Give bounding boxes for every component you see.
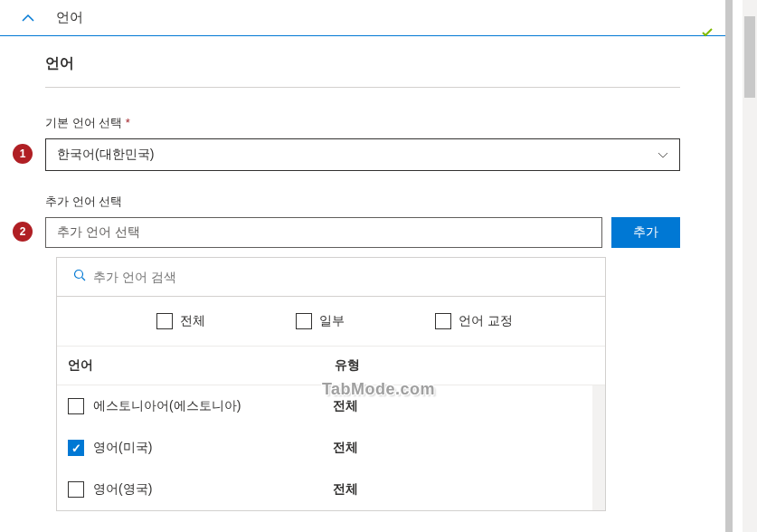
row-lang-name: 영어(미국) [93, 440, 333, 456]
filter-partial-checkbox[interactable] [296, 313, 312, 329]
table-header-type: 유형 [335, 357, 594, 374]
row-lang-type: 전체 [333, 440, 358, 456]
search-icon [73, 269, 86, 284]
check-corner-icon [702, 27, 713, 41]
row-lang-name: 에스토니아어(에스토니아) [93, 398, 333, 414]
row-checkbox[interactable] [68, 481, 84, 498]
filter-all-checkbox[interactable] [156, 313, 173, 329]
default-lang-select[interactable]: 한국어(대한민국) [45, 138, 680, 171]
add-button[interactable]: 추가 [611, 217, 680, 248]
watermark: TabMode.com [322, 380, 435, 399]
additional-lang-label: 추가 언어 선택 [45, 194, 680, 210]
svg-line-1 [82, 278, 86, 281]
default-lang-label: 기본 언어 선택 * [45, 115, 680, 131]
header-title: 언어 [56, 9, 83, 26]
section-title: 언어 [45, 54, 680, 88]
row-lang-type: 전체 [333, 481, 358, 498]
table-row[interactable]: 영어(영국) 전체 [57, 469, 592, 510]
page-scrollbar[interactable] [743, 0, 757, 532]
chevron-up-icon [22, 12, 34, 24]
filter-proofing-checkbox[interactable] [435, 313, 451, 329]
page-scroll-thumb[interactable] [744, 16, 755, 98]
row-checkbox[interactable] [68, 398, 84, 414]
chevron-down-icon [658, 147, 668, 162]
step-badge-1: 1 [13, 144, 33, 164]
table-header-lang: 언어 [68, 357, 335, 374]
svg-point-0 [75, 271, 83, 279]
filter-proofing-label: 언어 교정 [459, 313, 513, 329]
default-lang-value: 한국어(대한민국) [57, 147, 154, 163]
additional-lang-select[interactable]: 추가 언어 선택 [45, 217, 602, 248]
row-lang-name: 영어(영국) [93, 481, 333, 498]
table-row[interactable]: 영어(미국) 전체 [57, 427, 592, 469]
filter-partial-label: 일부 [319, 313, 345, 329]
step-badge-2: 2 [13, 222, 33, 242]
filter-all-label: 전체 [180, 313, 205, 329]
row-lang-type: 전체 [333, 398, 358, 414]
row-checkbox[interactable] [68, 440, 84, 456]
language-header[interactable]: 언어 [0, 0, 725, 36]
search-input[interactable] [93, 270, 589, 284]
